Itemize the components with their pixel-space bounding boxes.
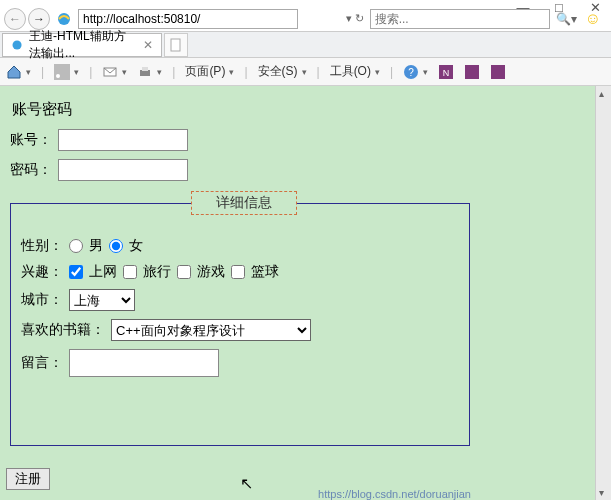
tools-menu[interactable]: 工具(O) [330,63,380,80]
svg-text:N: N [443,68,450,78]
home-icon [6,64,22,80]
svg-rect-3 [54,64,70,80]
gender-female-radio[interactable] [109,239,123,253]
password-input[interactable] [58,159,188,181]
mail-icon [102,64,118,80]
help-button[interactable]: ? [403,64,428,80]
book-label: 喜欢的书籍： [21,321,105,339]
svg-rect-2 [171,39,180,51]
account-input[interactable] [58,129,188,151]
page-menu[interactable]: 页面(P) [185,63,234,80]
command-toolbar: | | | 页面(P) | 安全(S) | 工具(O) | ? N [0,58,611,86]
forward-button[interactable]: → [28,8,50,30]
minimize-button[interactable]: — [513,0,533,15]
password-label: 密码： [10,161,52,179]
svg-text:?: ? [408,67,414,78]
tab-active[interactable]: 王迪-HTML辅助方法输出... ✕ [2,33,162,57]
rss-icon [54,64,70,80]
interest-basketball-text: 篮球 [251,263,279,281]
gender-female-text: 女 [129,237,143,255]
maximize-button[interactable]: □ [549,0,569,15]
svg-point-1 [13,40,22,49]
help-icon: ? [403,64,419,80]
account-label: 账号： [10,131,52,149]
interest-travel-text: 旅行 [143,263,171,281]
tab-close-icon[interactable]: ✕ [143,38,153,52]
detail-legend: 详细信息 [191,191,297,215]
detail-fieldset: 详细信息 性别： 男 女 兴趣： 上网 旅行 游戏 篮球 城市： [10,191,470,446]
submit-button[interactable]: 注册 [6,468,50,490]
city-label: 城市： [21,291,63,309]
interest-game-text: 游戏 [197,263,225,281]
gender-male-text: 男 [89,237,103,255]
tab-strip: 王迪-HTML辅助方法输出... ✕ [0,32,611,58]
url-input[interactable] [78,9,298,29]
print-icon [137,64,153,80]
interest-game-check[interactable] [177,265,191,279]
message-textarea[interactable] [69,349,219,377]
close-window-button[interactable]: ✕ [585,0,605,15]
book-select[interactable]: C++面向对象程序设计 [111,319,311,341]
feeds-button[interactable] [54,64,79,80]
mail-button[interactable] [102,64,127,80]
city-select[interactable]: 上海 [69,289,135,311]
status-url: https://blog.csdn.net/doruanjian [318,488,471,500]
blank-page-icon [168,37,184,53]
refresh-button[interactable]: ↻ [355,12,364,24]
onenote-clip-icon[interactable] [464,64,480,80]
new-tab-button[interactable] [164,33,188,57]
svg-rect-12 [465,65,479,79]
onenote-linked-icon[interactable]: N [438,64,454,80]
interest-net-text: 上网 [89,263,117,281]
tab-title: 王迪-HTML辅助方法输出... [29,28,137,62]
svg-rect-7 [142,67,148,71]
vertical-scrollbar[interactable] [595,86,611,500]
interest-travel-check[interactable] [123,265,137,279]
svg-rect-13 [491,65,505,79]
print-button[interactable] [137,64,162,80]
message-label: 留言： [21,354,63,372]
back-button[interactable]: ← [4,8,26,30]
onenote-send-icon[interactable] [490,64,506,80]
interest-net-check[interactable] [69,265,83,279]
cursor-icon: ↖ [240,474,253,493]
gender-label: 性别： [21,237,63,255]
home-button[interactable] [6,64,31,80]
ie-page-icon [11,37,23,53]
interest-basketball-check[interactable] [231,265,245,279]
gender-male-radio[interactable] [69,239,83,253]
svg-point-4 [56,74,60,78]
interest-label: 兴趣： [21,263,63,281]
page-content: 账号密码 账号： 密码： 详细信息 性别： 男 女 兴趣： 上网 旅 [0,86,611,500]
ie-icon [56,11,72,27]
safety-menu[interactable]: 安全(S) [258,63,307,80]
page-heading: 账号密码 [12,100,601,119]
